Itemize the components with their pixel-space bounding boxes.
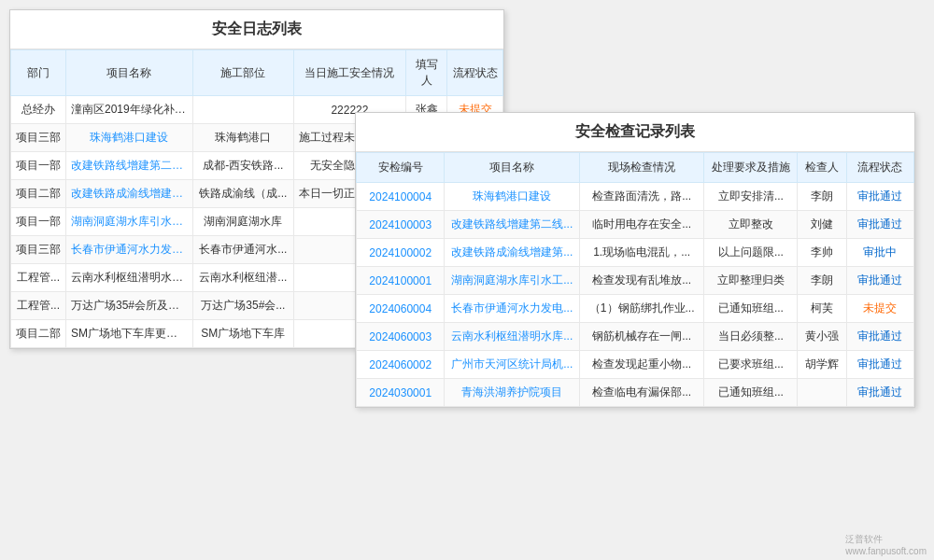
left-cell-location: 云南水利枢纽潜... (192, 264, 293, 292)
left-header-dept: 部门 (11, 50, 66, 96)
left-header-name: 项目名称 (66, 50, 193, 96)
right-cell-situation: 检查发现有乱堆放... (580, 267, 704, 295)
left-cell-location: 铁路成渝线（成... (192, 180, 293, 208)
left-cell-dept: 总经办 (11, 96, 66, 124)
left-cell-location: 长春市伊通河水... (192, 236, 293, 264)
right-table-row: 2024030001青海洪湖养护院项目检查临电有漏保部...已通知班组...审批… (357, 379, 914, 407)
right-table-row: 2024100003改建铁路线增建第二线...临时用电存在安全...立即整改刘健… (357, 211, 914, 239)
right-cell-situation: 检查临电有漏保部... (580, 379, 704, 407)
watermark-line1: 泛普软件 (845, 533, 927, 546)
watermark-line2: www.fanpusoft.com (845, 546, 927, 556)
left-cell-name: 云南水利枢纽潜明水库一... (66, 264, 193, 292)
right-cell-action: 以上问题限... (704, 239, 798, 267)
left-cell-dept: 项目一部 (11, 152, 66, 180)
right-cell-name: 长春市伊通河水力发电... (445, 295, 580, 323)
right-cell-id: 2024060004 (357, 295, 445, 323)
right-cell-id: 2024100003 (357, 211, 445, 239)
right-cell-situation: （1）钢筋绑扎作业... (580, 295, 704, 323)
right-cell-person: 李帅 (798, 239, 846, 267)
right-cell-situation: 检查路面清洗，路... (580, 183, 704, 211)
right-header-status: 流程状态 (846, 153, 913, 183)
right-cell-status: 审批通过 (846, 323, 913, 351)
right-cell-person: 黄小强 (798, 323, 846, 351)
left-cell-location: 湖南洞庭湖水库 (192, 208, 293, 236)
right-cell-action: 立即整理归类 (704, 267, 798, 295)
left-header-person: 填写人 (405, 50, 446, 96)
right-cell-action: 已通知班组... (704, 379, 798, 407)
right-header-id: 安检编号 (357, 153, 445, 183)
right-table-row: 2024100002改建铁路成渝线增建第...1.现场临电混乱，...以上问题限… (357, 239, 914, 267)
right-header-name: 项目名称 (445, 153, 580, 183)
left-cell-dept: 项目三部 (11, 236, 66, 264)
right-cell-person: 李朗 (798, 267, 846, 295)
right-cell-name: 广州市天河区统计局机... (445, 351, 580, 379)
right-cell-id: 2024060002 (357, 351, 445, 379)
left-header-situation: 当日施工安全情况 (293, 50, 405, 96)
right-cell-situation: 检查发现起重小物... (580, 351, 704, 379)
right-cell-action: 立即安排清... (704, 183, 798, 211)
right-header-person: 检查人 (798, 153, 846, 183)
left-table-header: 部门 项目名称 施工部位 当日施工安全情况 填写人 流程状态 (11, 50, 503, 96)
right-table: 安检编号 项目名称 现场检查情况 处理要求及措施 检查人 流程状态 202410… (356, 152, 914, 407)
left-cell-name: 改建铁路成渝线增建第二... (66, 180, 193, 208)
right-cell-id: 2024100004 (357, 183, 445, 211)
left-cell-location: 珠海鹤港口 (192, 124, 293, 152)
watermark: 泛普软件 www.fanpusoft.com (845, 533, 927, 556)
right-table-row: 2024060004长春市伊通河水力发电...（1）钢筋绑扎作业...已通知班组… (357, 295, 914, 323)
left-panel-title: 安全日志列表 (10, 10, 503, 49)
right-cell-name: 改建铁路成渝线增建第... (445, 239, 580, 267)
right-cell-action: 当日必须整... (704, 323, 798, 351)
left-cell-name: 长春市伊通河水力发电厂... (66, 236, 193, 264)
left-cell-dept: 工程管... (11, 264, 66, 292)
right-cell-id: 2024100001 (357, 267, 445, 295)
right-cell-id: 2024060003 (357, 323, 445, 351)
right-cell-person: 李朗 (798, 183, 846, 211)
right-cell-name: 云南水利枢纽潜明水库... (445, 323, 580, 351)
right-cell-status: 审批通过 (846, 183, 913, 211)
right-table-header: 安检编号 项目名称 现场检查情况 处理要求及措施 检查人 流程状态 (357, 153, 914, 183)
right-cell-name: 改建铁路线增建第二线... (445, 211, 580, 239)
right-panel-title: 安全检查记录列表 (356, 113, 914, 152)
left-cell-dept: 项目二部 (11, 180, 66, 208)
right-table-row: 2024060003云南水利枢纽潜明水库...钢筋机械存在一闸...当日必须整.… (357, 323, 914, 351)
right-table-row: 2024100001湖南洞庭湖水库引水工...检查发现有乱堆放...立即整理归类… (357, 267, 914, 295)
right-cell-name: 湖南洞庭湖水库引水工... (445, 267, 580, 295)
left-cell-location (192, 96, 293, 124)
right-cell-status: 未提交 (846, 295, 913, 323)
left-cell-name: 改建铁路线增建第二线直... (66, 152, 193, 180)
right-cell-action: 立即整改 (704, 211, 798, 239)
main-container: 安全日志列表 部门 项目名称 施工部位 当日施工安全情况 填写人 流程状态 总经… (0, 0, 934, 560)
left-cell-name: 潼南区2019年绿化补贴项... (66, 96, 193, 124)
right-cell-person: 刘健 (798, 211, 846, 239)
right-cell-status: 审批通过 (846, 211, 913, 239)
left-cell-location: 成都-西安铁路... (192, 152, 293, 180)
right-cell-situation: 临时用电存在安全... (580, 211, 704, 239)
right-cell-id: 2024100002 (357, 239, 445, 267)
left-cell-dept: 项目三部 (11, 124, 66, 152)
left-cell-name: SM广场地下车库更换摄... (66, 320, 193, 348)
right-cell-name: 珠海鹤港口建设 (445, 183, 580, 211)
right-cell-situation: 钢筋机械存在一闸... (580, 323, 704, 351)
left-header-status: 流程状态 (447, 50, 503, 96)
left-cell-dept: 工程管... (11, 292, 66, 320)
right-cell-action: 已要求班组... (704, 351, 798, 379)
left-cell-location: SM广场地下车库 (192, 320, 293, 348)
left-cell-name: 珠海鹤港口建设 (66, 124, 193, 152)
right-table-body: 2024100004珠海鹤港口建设检查路面清洗，路...立即安排清...李朗审批… (357, 183, 914, 407)
right-cell-status: 审批中 (846, 239, 913, 267)
right-cell-status: 审批通过 (846, 351, 913, 379)
right-table-row: 2024060002广州市天河区统计局机...检查发现起重小物...已要求班组.… (357, 351, 914, 379)
left-header-location: 施工部位 (192, 50, 293, 96)
right-cell-person: 柯芙 (798, 295, 846, 323)
left-cell-dept: 项目一部 (11, 208, 66, 236)
left-cell-dept: 项目二部 (11, 320, 66, 348)
right-header-situation: 现场检查情况 (580, 153, 704, 183)
right-header-action: 处理要求及措施 (704, 153, 798, 183)
right-cell-situation: 1.现场临电混乱，... (580, 239, 704, 267)
left-cell-location: 万达广场35#会... (192, 292, 293, 320)
right-table-row: 2024100004珠海鹤港口建设检查路面清洗，路...立即安排清...李朗审批… (357, 183, 914, 211)
right-cell-status: 审批通过 (846, 379, 913, 407)
right-cell-status: 审批通过 (846, 267, 913, 295)
left-cell-name: 万达广场35#会所及咖啡... (66, 292, 193, 320)
right-cell-id: 2024030001 (357, 379, 445, 407)
